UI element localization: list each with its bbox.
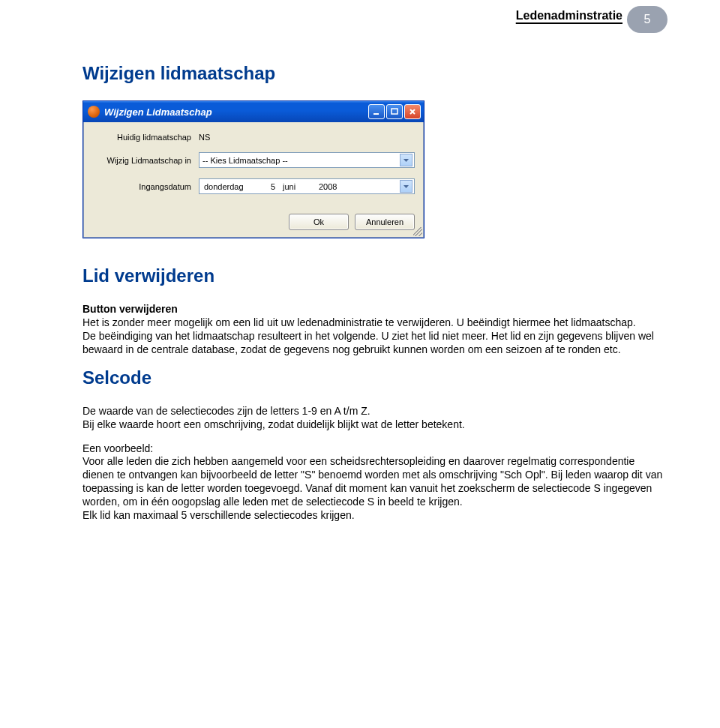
paragraph-remove-1: Het is zonder meer mogelijk om een lid u… <box>82 316 668 330</box>
label-start-date: Ingangsdatum <box>92 182 199 191</box>
cancel-button[interactable]: Annuleren <box>355 214 415 230</box>
paragraph-selcode-2: Bij elke waarde hoort een omschrijving, … <box>82 418 668 432</box>
paragraph-selcode-example-head: Een voorbeeld: <box>82 442 668 456</box>
minimize-icon <box>373 108 380 115</box>
chevron-down-icon <box>400 180 412 193</box>
dialog-title: Wijzigen Lidmaatschap <box>104 106 368 118</box>
subhead-button-verwijderen: Button verwijderen <box>82 303 668 315</box>
paragraph-selcode-example-tail: Elk lid kan maximaal 5 verschillende sel… <box>82 509 668 523</box>
close-button[interactable] <box>404 104 421 119</box>
heading-wijzigen-lidmaatschap: Wijzigen lidmaatschap <box>82 63 668 84</box>
paragraph-remove-2: De beëindiging van het lidmaatschap resu… <box>82 330 668 357</box>
date-day: 5 <box>260 182 275 191</box>
heading-lid-verwijderen: Lid verwijderen <box>82 265 668 286</box>
select-membership-value: -- Kies Lidmaatschap -- <box>202 156 400 165</box>
maximize-button[interactable] <box>386 104 403 119</box>
value-current-membership: NS <box>199 133 210 142</box>
select-membership[interactable]: -- Kies Lidmaatschap -- <box>199 152 415 168</box>
chevron-down-icon <box>400 154 412 166</box>
paragraph-selcode-1: De waarde van de selectiecodes zijn de l… <box>82 405 668 418</box>
section-title: Ledenadminstratie <box>516 6 622 22</box>
ok-button[interactable]: Ok <box>289 214 349 230</box>
resize-grip-icon[interactable] <box>413 227 422 236</box>
page-header: Ledenadminstratie 5 <box>82 0 668 33</box>
maximize-icon <box>391 108 398 115</box>
dialog-titlebar[interactable]: Wijzigen Lidmaatschap <box>83 101 424 122</box>
app-icon <box>88 106 100 118</box>
date-picker[interactable]: donderdag 5 juni 2008 <box>199 178 415 194</box>
close-icon <box>409 108 416 115</box>
label-change-membership: Wijzig Lidmaatschap in <box>92 156 199 165</box>
page-number-badge: 5 <box>627 6 668 33</box>
svg-rect-0 <box>374 113 379 115</box>
date-year: 2008 <box>319 182 349 191</box>
label-current-membership: Huidig lidmaatschap <box>92 133 199 142</box>
heading-selcode: Selcode <box>82 367 668 388</box>
paragraph-selcode-example-body: Voor alle leden die zich hebben aangemel… <box>82 455 668 509</box>
svg-rect-1 <box>392 109 398 114</box>
date-weekday: donderdag <box>204 182 253 191</box>
dialog-wijzigen-lidmaatschap: Wijzigen Lidmaatschap Huidig lidmaatscha… <box>82 100 424 238</box>
minimize-button[interactable] <box>368 104 385 119</box>
date-month: juni <box>283 182 311 191</box>
